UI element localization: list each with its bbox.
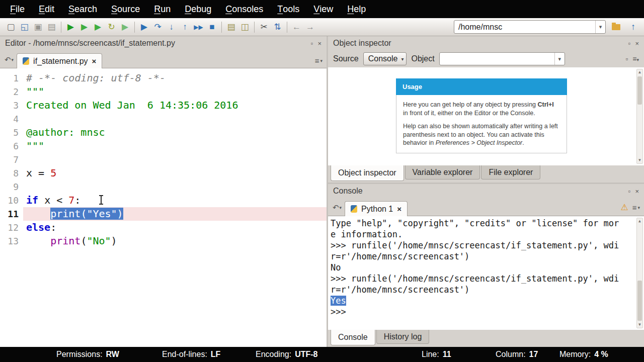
debug-continue-button[interactable]: ▶▶: [192, 20, 205, 34]
new-file-button[interactable]: ▢: [4, 20, 18, 34]
scroll-up-icon[interactable]: ▲: [637, 219, 642, 224]
code-line-9: 9: [0, 180, 327, 194]
undock-icon[interactable]: ▫: [311, 40, 313, 47]
folder-icon: [612, 24, 620, 30]
selected-text: print("Yes"): [50, 208, 123, 220]
menu-item-run[interactable]: Run: [147, 0, 178, 18]
scrollbar-thumb[interactable]: [637, 281, 642, 321]
scroll-up-icon[interactable]: ▲: [637, 70, 642, 75]
undock-icon[interactable]: ▫: [628, 40, 631, 47]
run-selection-button[interactable]: ▶: [118, 20, 132, 34]
menu-item-help[interactable]: Help: [340, 0, 373, 18]
console-output[interactable]: Type "help", "copyright", "credits" or "…: [328, 216, 644, 330]
code-line-6: 6""": [0, 139, 327, 153]
object-label: Object: [411, 54, 434, 63]
close-icon[interactable]: ×: [317, 40, 321, 47]
object-combo[interactable]: ▾: [439, 52, 565, 65]
back-button[interactable]: ←: [290, 20, 303, 34]
step-return-button[interactable]: ↑: [178, 20, 192, 34]
inspector-options-button[interactable]: ≡▾: [632, 55, 639, 63]
run-selection-icon: ▶: [122, 23, 128, 31]
forward-button[interactable]: →: [303, 20, 317, 34]
editor-tab-if-statement[interactable]: if_statement.py ×: [17, 53, 102, 68]
console-line-8: Yes: [331, 295, 644, 306]
console-tab-python-1[interactable]: Python 1 ×: [345, 201, 408, 216]
working-directory-combo[interactable]: /home/mnsc ▾: [454, 20, 606, 34]
line-number: 2: [0, 85, 23, 99]
menu-item-file[interactable]: File: [3, 0, 32, 18]
close-tab-icon[interactable]: ×: [92, 57, 97, 65]
tools-button[interactable]: ✂: [257, 20, 271, 34]
parent-directory-button[interactable]: ↑: [626, 20, 640, 34]
working-directory-value: /home/mnsc: [454, 23, 595, 32]
save-all-button[interactable]: ▤: [45, 20, 58, 34]
run-cell-advance-icon: ▶: [95, 23, 101, 31]
menu-item-view[interactable]: View: [306, 0, 340, 18]
status-column: Column:17: [496, 347, 538, 362]
code-line-4: 4: [0, 112, 327, 126]
tab-history-log[interactable]: History log: [376, 330, 430, 344]
menu-item-source[interactable]: Source: [104, 0, 147, 18]
tab-object-inspector[interactable]: Object inspector: [331, 165, 404, 181]
menu-item-debug[interactable]: Debug: [178, 0, 218, 18]
inspector-scrollbar[interactable]: ▲ ▼: [636, 69, 643, 164]
editor-tab-bar: ↶ ▾ if_statement.py × ≡ ▾: [0, 50, 327, 68]
debug-stop-button[interactable]: ■: [205, 20, 219, 34]
split-layout-button[interactable]: ◫: [238, 20, 252, 34]
console-line-5: No: [331, 262, 644, 273]
line-number: 8: [0, 166, 23, 180]
run-cell-button[interactable]: ▶: [77, 20, 91, 34]
console-tab-bar: ↶ ▾ Python 1 × ⚠ ≡ ▾: [328, 198, 644, 216]
open-file-button[interactable]: ◱: [18, 20, 31, 34]
menu-item-consoles[interactable]: Consoles: [218, 0, 270, 18]
close-icon[interactable]: ×: [635, 40, 639, 47]
python-path-manager-button[interactable]: ⇅: [271, 20, 284, 34]
save-file-button[interactable]: ▣: [31, 20, 45, 34]
maximize-pane-button[interactable]: ▤: [224, 20, 238, 34]
chevron-down-icon[interactable]: ▾: [595, 21, 605, 33]
status-bar: Permissions:RWEnd-of-lines:LFEncoding:UT…: [0, 347, 644, 362]
tab-options-button[interactable]: ≡ ▾: [315, 56, 325, 68]
run-file-button[interactable]: ▶: [64, 20, 77, 34]
debug-file-button[interactable]: ▶: [137, 20, 151, 34]
code-area[interactable]: 1# -*- coding: utf-8 -*-2"""3Created on …: [0, 68, 327, 347]
scroll-down-icon[interactable]: ▼: [637, 322, 642, 327]
browse-directory-button[interactable]: [609, 20, 623, 34]
inspector-pane-title: Object inspector: [333, 39, 391, 48]
close-icon[interactable]: ×: [635, 188, 639, 195]
tab-console[interactable]: Console: [331, 330, 375, 345]
menu-item-search[interactable]: Search: [61, 0, 104, 18]
chevron-down-icon[interactable]: ▾: [554, 53, 565, 65]
line-number: 9: [0, 180, 23, 194]
step-over-button[interactable]: ↷: [151, 20, 165, 34]
scrollbar-thumb[interactable]: [637, 76, 642, 105]
code-line-7: 7: [0, 153, 327, 166]
rerun-file-button[interactable]: ↻: [105, 20, 118, 34]
close-tab-icon[interactable]: ×: [397, 205, 401, 213]
code-line-3: 3Created on Wed Jan 6 14:35:06 2016: [0, 99, 327, 112]
warning-icon[interactable]: ⚠: [620, 202, 628, 213]
step-into-icon: ↓: [169, 23, 174, 31]
code-line-2: 2""": [0, 85, 327, 99]
maximize-pane-icon: ▤: [227, 23, 235, 31]
undock-icon[interactable]: ▫: [625, 55, 628, 63]
chevron-down-icon: ▾: [340, 205, 342, 210]
browse-tabs-icon: ↶: [5, 55, 11, 64]
menu-item-edit[interactable]: Edit: [32, 0, 61, 18]
tab-variable-explorer[interactable]: Variable explorer: [405, 165, 480, 179]
code-line-10: 10if x < 7:: [0, 194, 327, 207]
browse-tabs-button[interactable]: ↶ ▾: [3, 54, 16, 66]
undock-icon[interactable]: ▫: [628, 188, 631, 195]
line-number: 11: [0, 207, 23, 221]
run-cell-advance-button[interactable]: ▶: [91, 20, 105, 34]
console-scrollbar[interactable]: ▲▼: [636, 218, 643, 328]
tab-file-explorer[interactable]: File explorer: [481, 165, 540, 179]
editor-pane-title: Editor - /home/mnsc/screencast/if_statem…: [5, 39, 175, 48]
open-file-icon: ◱: [20, 23, 28, 31]
menu-item-tools[interactable]: Tools: [270, 0, 306, 18]
source-combo[interactable]: Console ▾: [363, 52, 407, 65]
editor-pane: Editor - /home/mnsc/screencast/if_statem…: [0, 36, 328, 347]
browse-tabs-button[interactable]: ↶ ▾: [331, 202, 344, 214]
step-into-button[interactable]: ↓: [165, 20, 178, 34]
scroll-down-icon[interactable]: ▼: [637, 158, 642, 163]
